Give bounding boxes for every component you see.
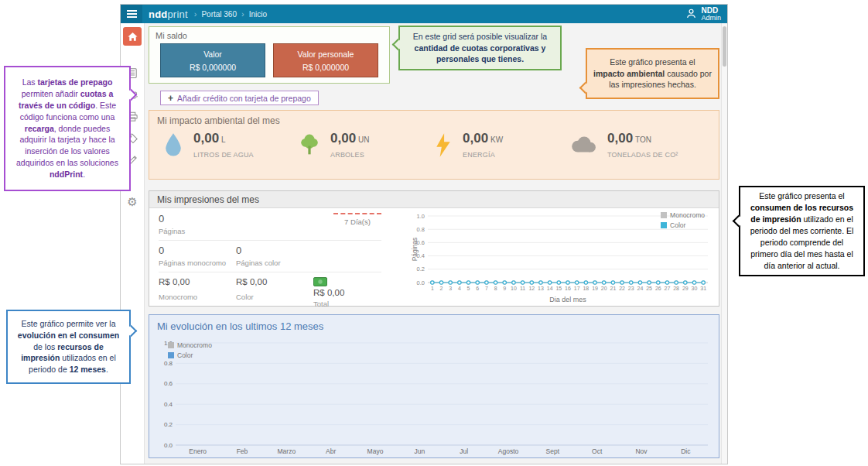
callout-evolucion: Este gráfico permite ver la evolución en… <box>6 310 131 384</box>
user-name: NDD <box>701 6 721 15</box>
breadcrumb-item-portal360[interactable]: Portal 360 <box>201 10 237 19</box>
balance-card-label: Valor <box>161 50 265 59</box>
callout-impresiones: Este gráfico presenta el consumen de los… <box>739 186 865 276</box>
callout-impacto: Este gráfico presenta el impacto ambient… <box>586 48 719 99</box>
svg-text:0.2: 0.2 <box>164 421 173 428</box>
sidebar-item-home[interactable] <box>123 27 142 46</box>
svg-text:Feb: Feb <box>237 447 248 455</box>
svg-text:12: 12 <box>528 286 535 291</box>
impresiones-panel-title: Mis impresiones del mes <box>149 191 719 208</box>
evolucion-chart-svg: 0.00.20.40.60.81.0EneroFebMarzoAbrMayoJu… <box>152 335 717 457</box>
svg-text:23: 23 <box>628 286 634 291</box>
svg-text:0.8: 0.8 <box>417 226 425 233</box>
svg-text:8: 8 <box>494 286 497 291</box>
breadcrumb: › Portal 360 › Inicio <box>194 9 267 19</box>
svg-text:26: 26 <box>655 286 661 291</box>
tree-icon <box>299 132 320 158</box>
metric-label: ENERGÍA <box>463 151 503 159</box>
balance-card-valor-personale: Valor personale R$ 0,000000 <box>273 43 378 77</box>
svg-text:19: 19 <box>592 286 598 291</box>
callout-arrow-left-icon <box>733 215 745 228</box>
metric-value: 0,00 <box>607 131 633 146</box>
svg-text:Páginas: Páginas <box>411 238 419 262</box>
scrollbar[interactable] <box>721 23 727 464</box>
stat-mono-pages: 0 Páginas monocromo <box>159 245 236 267</box>
metric-value: 0,00 <box>330 131 356 146</box>
balance-card-valor: Valor R$ 0,000000 <box>160 43 265 77</box>
callout-text: Este gráfico presenta el impacto ambient… <box>593 57 712 91</box>
evolucion-panel-title: Mi evolución en los ultimos 12 meses <box>149 315 719 334</box>
days-value: 7 Día(s) <box>333 218 381 226</box>
metric-unit: KW <box>490 135 503 144</box>
svg-text:31: 31 <box>700 286 706 291</box>
balance-cards: Valor R$ 0,000000 Valor personale R$ 0,0… <box>149 43 389 77</box>
svg-text:9: 9 <box>503 286 506 291</box>
stat-value: R$ 0,00 <box>159 277 236 286</box>
logo-print: print <box>167 9 187 20</box>
svg-text:17: 17 <box>574 286 580 291</box>
legend-swatch <box>661 212 667 218</box>
legend-swatch <box>661 222 667 228</box>
svg-text:25: 25 <box>646 286 652 291</box>
svg-text:7: 7 <box>485 286 488 291</box>
cloud-icon <box>569 135 597 154</box>
callout-text: Este gráfico presenta el consumen de los… <box>747 190 857 271</box>
svg-text:22: 22 <box>619 286 625 291</box>
legend-item: Color <box>168 351 212 359</box>
svg-text:30: 30 <box>692 286 698 291</box>
svg-text:15: 15 <box>555 286 562 291</box>
stat-mono-cost: R$ 0,00 Monocromo <box>159 277 236 308</box>
evolucion-panel: Mi evolución en los ultimos 12 meses 0.0… <box>149 314 719 458</box>
breadcrumb-item-inicio[interactable]: Inicio <box>249 10 267 19</box>
svg-text:13: 13 <box>538 286 544 291</box>
scrollbar-thumb[interactable] <box>723 26 726 67</box>
callout-text: En este grid será posible visualizar la … <box>406 31 554 66</box>
stat-value: R$ 0,00 <box>313 288 381 297</box>
water-drop-icon <box>163 132 183 158</box>
screenshot-root: nddprint › Portal 360 › Inicio NDD Admin <box>0 0 868 466</box>
add-credit-button[interactable]: + Añadir crédito con tarjeta de prepago <box>160 91 319 105</box>
stat-label: Páginas <box>159 227 185 235</box>
metric-unit: UN <box>358 135 369 144</box>
svg-text:16: 16 <box>565 286 571 291</box>
svg-text:Jul: Jul <box>460 447 468 455</box>
svg-text:29: 29 <box>682 286 689 291</box>
stat-label: Color <box>236 293 313 301</box>
gear-icon: ⚙ <box>127 196 137 207</box>
user-menu[interactable]: NDD Admin <box>685 6 721 22</box>
stat-label: Total <box>313 300 381 308</box>
svg-text:4: 4 <box>458 286 461 291</box>
svg-text:Mayo: Mayo <box>367 447 384 455</box>
svg-text:3: 3 <box>449 286 452 291</box>
impresiones-panel: Mis impresiones del mes 0 Páginas 7 Día(… <box>149 190 719 307</box>
impresiones-chart: 0.00.20.40.60.81.01234567891011121314151… <box>411 208 714 304</box>
legend-swatch <box>168 342 174 348</box>
metric-label: ARBOLES <box>330 151 370 159</box>
metric-value: 0,00 <box>463 131 488 146</box>
evolucion-chart-legend: MonocromoColor <box>168 341 212 361</box>
balance-card-value: R$ 0,000000 <box>274 63 378 72</box>
legend-item: Color <box>661 221 705 229</box>
stat-label: Monocromo <box>159 293 236 301</box>
stat-value: 0 <box>159 245 236 256</box>
app-logo[interactable]: nddprint <box>149 9 188 20</box>
hamburger-menu-button[interactable] <box>121 5 142 23</box>
chevron-right-icon: › <box>194 9 197 19</box>
svg-text:Sept: Sept <box>546 447 560 455</box>
svg-text:Nov: Nov <box>635 447 648 455</box>
money-icon <box>313 277 327 286</box>
svg-text:Dia del mes: Dia del mes <box>549 296 586 303</box>
evolucion-chart: 0.00.20.40.60.81.0EneroFebMarzoAbrMayoJu… <box>152 335 717 457</box>
callout-text: Este gráfico permite ver la evolución en… <box>14 318 123 376</box>
stat-value: R$ 0,00 <box>236 277 313 286</box>
plus-icon: + <box>168 93 173 104</box>
balance-card-value: R$ 0,000000 <box>161 63 265 72</box>
topbar: nddprint › Portal 360 › Inicio NDD Admin <box>121 5 727 23</box>
legend-item: Monocromo <box>661 211 705 219</box>
svg-text:Abr: Abr <box>326 447 336 455</box>
svg-text:Marzo: Marzo <box>278 447 296 455</box>
sidebar-item-settings[interactable]: ⚙ <box>123 192 142 211</box>
svg-text:24: 24 <box>637 286 644 291</box>
svg-text:28: 28 <box>673 286 679 291</box>
svg-text:1: 1 <box>431 286 434 291</box>
